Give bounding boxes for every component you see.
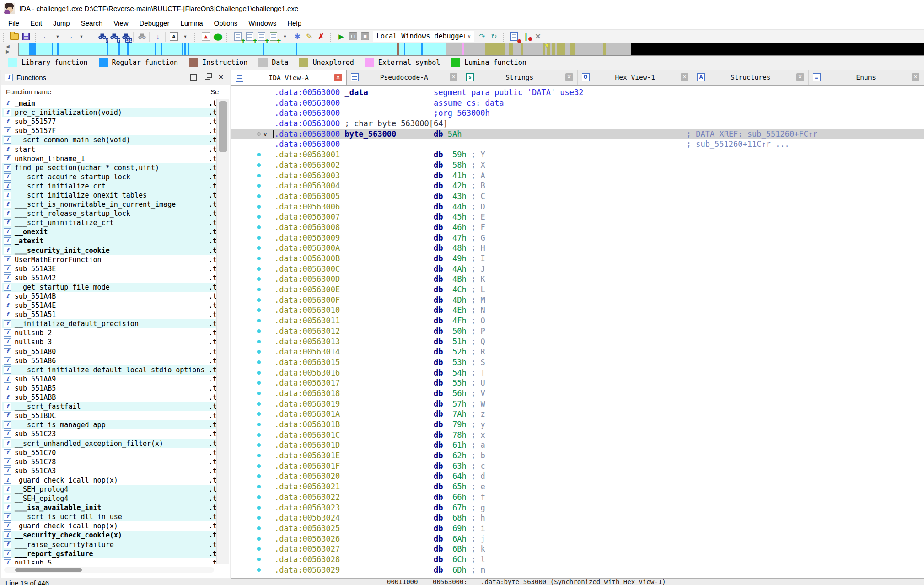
debug-options-button[interactable]: ● <box>509 31 520 42</box>
function-row[interactable]: f_guard_check_icall_nop(x).te <box>2 521 217 531</box>
listing-line[interactable]: .data:0056300B db 49h ; I <box>231 253 924 264</box>
create-func-2-button[interactable]: ✚ <box>244 31 255 42</box>
function-row[interactable]: fsub_551A42.te <box>2 274 217 283</box>
listing-line[interactable]: .data:00563026 db 6Ah ; j <box>231 534 924 544</box>
function-row[interactable]: f___scrt_is_ucrt_dll_in_use.te <box>2 512 217 521</box>
function-row[interactable]: f___scrt_release_startup_lock.te <box>2 209 217 218</box>
debugger-select[interactable]: Local Windows debugger∨ <box>373 31 474 42</box>
listing-line[interactable]: .data:00563019 db 57h ; W <box>231 399 924 409</box>
menu-help[interactable]: Help <box>282 18 307 28</box>
listing-line[interactable]: .data:0056301D db 61h ; a <box>231 440 924 451</box>
nav-back-button[interactable]: ← <box>41 31 52 42</box>
function-row[interactable]: f___isa_available_init.te <box>2 503 217 512</box>
tab-hex-view-1[interactable]: OHex View-1✕ <box>578 70 693 85</box>
listing-line[interactable]: .data:00563007 db 45h ; E <box>231 212 924 222</box>
listing-line[interactable]: .data:00563021 db 65h ; e <box>231 482 924 492</box>
listing-line[interactable]: .data:00563010 db 4Eh ; N <box>231 305 924 316</box>
function-row[interactable]: fnullsub_3.te <box>2 338 217 347</box>
breakpoint-button[interactable]: ❙● <box>521 31 532 42</box>
listing-line[interactable]: .data:0056301A db 7Ah ; z <box>231 409 924 419</box>
function-row[interactable]: fsub_551A51.te <box>2 310 217 319</box>
disassembly-listing[interactable]: .data:00563000 _data segment para public… <box>231 85 924 578</box>
debug-pause-button[interactable]: ❙❙ <box>348 31 359 42</box>
nav-forward-button[interactable]: → <box>64 31 75 42</box>
menu-windows[interactable]: Windows <box>243 18 282 28</box>
tab-close-icon[interactable]: ✕ <box>565 73 573 81</box>
function-row[interactable]: f_atexit.te <box>2 236 217 246</box>
collapse-arrow-icon[interactable]: ∨ <box>263 129 267 140</box>
function-row[interactable]: fsub_551AB5.te <box>2 384 217 393</box>
listing-line[interactable]: .data:00563027 db 6Bh ; k <box>231 544 924 554</box>
function-row[interactable]: fsub_551BDC.te <box>2 411 217 420</box>
problem-list-button[interactable]: ▲ <box>200 31 211 42</box>
tab-strings[interactable]: sStrings✕ <box>462 70 578 85</box>
function-row[interactable]: fnullsub_5.te <box>2 558 217 564</box>
function-row[interactable]: fsub_55157F.te <box>2 126 217 135</box>
float-window-icon[interactable] <box>202 73 212 82</box>
menu-jump[interactable]: Jump <box>48 18 75 28</box>
column-segment[interactable]: Se <box>210 88 219 96</box>
tab-close-icon[interactable]: ✕ <box>450 73 457 81</box>
function-row[interactable]: f__scrt_common_main_seh(void).te <box>2 135 217 145</box>
function-row[interactable]: fsub_551CA3.te <box>2 467 217 476</box>
function-row[interactable]: f__onexit.te <box>2 227 217 236</box>
jump-arrow-button[interactable]: ↓ <box>152 31 163 42</box>
function-row[interactable]: f___scrt_acquire_startup_lock.te <box>2 172 217 182</box>
function-row[interactable]: fsub_551C70.te <box>2 448 217 457</box>
function-row[interactable]: fsub_551AA9.te <box>2 375 217 384</box>
menu-edit[interactable]: Edit <box>25 18 48 28</box>
function-row[interactable]: f__get_startup_file_mode.te <box>2 283 217 292</box>
listing-line[interactable]: .data:00563001 db 59h ; Y <box>231 150 924 160</box>
function-row[interactable]: fUserMathErrorFunction.te <box>2 255 217 264</box>
listing-line[interactable]: .data:00563015 db 53h ; S <box>231 357 924 368</box>
function-row[interactable]: fstart.te <box>2 145 217 154</box>
listing-line[interactable]: .data:00563009 db 47h ; G <box>231 233 924 243</box>
search-binoc-imm-button[interactable]: 101 <box>120 31 131 42</box>
function-row[interactable]: f___raise_securityfailure.te <box>2 540 217 549</box>
function-row[interactable]: f__SEH_prolog4.te <box>2 485 217 494</box>
caret-icon[interactable]: ▼ <box>53 31 64 42</box>
menu-search[interactable]: Search <box>75 18 108 28</box>
listing-line[interactable]: .data:00563028 db 6Ch ; l <box>231 554 924 565</box>
function-row[interactable]: fsub_551ABB.te <box>2 393 217 402</box>
search-binoc-hash-button[interactable]: # <box>97 31 107 42</box>
listing-line[interactable]: .data:0056300E db 4Ch ; L <box>231 284 924 295</box>
create-func-3-button[interactable]: ✚ <box>256 31 267 42</box>
function-row[interactable]: f__SEH_epilog4.te <box>2 494 217 503</box>
listing-line[interactable]: .data:00563002 db 58h ; X <box>231 160 924 171</box>
menu-lumina[interactable]: Lumina <box>175 18 208 28</box>
tab-close-icon[interactable]: ✕ <box>681 73 688 81</box>
function-row[interactable]: fsub_551A80.te <box>2 347 217 356</box>
menu-view[interactable]: View <box>108 18 134 28</box>
caret-icon[interactable]: ▼ <box>280 31 291 42</box>
listing-line[interactable]: .data:00563017 db 55h ; U <box>231 378 924 388</box>
tab-structures[interactable]: AStructures✕ <box>693 70 809 85</box>
open-file-button[interactable] <box>9 31 20 42</box>
listing-line[interactable]: .data:00563014 db 52h ; R <box>231 347 924 357</box>
function-row[interactable]: fsub_551A4B.te <box>2 292 217 301</box>
tab-close-icon[interactable]: ✕ <box>334 74 342 81</box>
menu-file[interactable]: File <box>3 18 25 28</box>
listing-line[interactable]: .data:00563024 db 68h ; h <box>231 513 924 523</box>
function-row[interactable]: ffind_pe_section(uchar * const,uint).te <box>2 163 217 172</box>
function-row[interactable]: f___scrt_fastfail.te <box>2 402 217 411</box>
listing-line[interactable]: .data:00563025 db 69h ; i <box>231 523 924 534</box>
tab-enums[interactable]: ≡Enums✕ <box>809 70 924 85</box>
listing-line[interactable]: .data:00563000 assume cs:_data <box>231 98 924 108</box>
function-row[interactable]: f_main.te <box>2 99 217 108</box>
listing-line[interactable]: .data:00563006 db 44h ; D <box>231 202 924 212</box>
function-row[interactable]: fpre_c_initialization(void).te <box>2 108 217 117</box>
function-row[interactable]: f___scrt_is_nonwritable_in_current_image… <box>2 200 217 209</box>
tab-close-icon[interactable]: ✕ <box>796 73 804 81</box>
tab-pseudocode-a[interactable]: Pseudocode-A✕ <box>347 70 462 85</box>
remove-breakpoint-button[interactable]: ✕ <box>532 31 543 42</box>
asterisk-button[interactable]: ✱ <box>292 31 303 42</box>
function-row[interactable]: f__scrt_unhandled_exception_filter(x).te <box>2 439 217 448</box>
listing-line[interactable]: .data:0056301B db 79h ; y <box>231 419 924 430</box>
function-row[interactable]: f___scrt_initialize_crt.te <box>2 182 217 191</box>
attach-1-button[interactable]: ↷ <box>477 31 488 42</box>
navigation-band[interactable]: ▼ <box>18 43 924 56</box>
maximize-icon[interactable] <box>188 73 199 82</box>
search-binoc-text-button[interactable]: T <box>108 31 119 42</box>
debug-stop-button[interactable]: ■ <box>360 31 371 42</box>
